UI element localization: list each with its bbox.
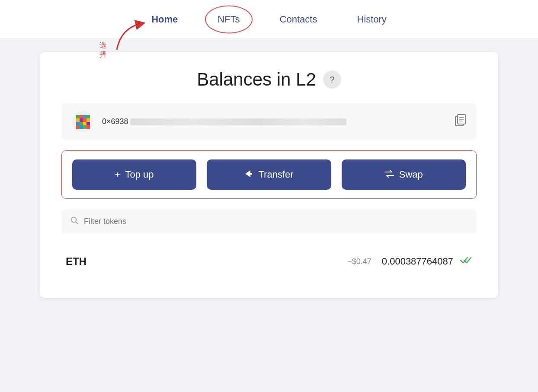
svg-rect-13 [76, 125, 80, 129]
svg-line-24 [76, 222, 78, 224]
help-button[interactable]: ? [323, 70, 341, 89]
svg-rect-3 [83, 115, 86, 118]
svg-rect-2 [80, 115, 83, 118]
action-buttons-container: + Top up Transfer Swap [61, 150, 477, 199]
top-up-label: Top up [125, 169, 154, 180]
svg-rect-12 [86, 122, 90, 125]
svg-rect-16 [86, 125, 90, 129]
token-symbol-eth: ETH [66, 255, 118, 268]
transfer-button[interactable]: Transfer [207, 159, 331, 190]
svg-rect-6 [83, 118, 86, 122]
avatar [72, 111, 93, 132]
token-row-eth: ETH ~$0.47 0.000387764087 [61, 247, 477, 276]
svg-rect-8 [86, 118, 90, 122]
nav-home[interactable]: Home [144, 10, 185, 29]
top-up-icon: + [115, 170, 120, 180]
svg-rect-7 [86, 115, 90, 118]
address-bar: 0×6938 [61, 103, 477, 140]
copy-address-button[interactable] [455, 114, 466, 129]
token-usd-eth: ~$0.47 [347, 257, 371, 266]
nav-contacts[interactable]: Contacts [273, 10, 324, 29]
nav-history[interactable]: History [350, 10, 393, 29]
filter-bar [61, 209, 477, 234]
svg-rect-10 [80, 122, 83, 125]
top-up-button[interactable]: + Top up [72, 159, 196, 190]
svg-rect-14 [80, 125, 83, 129]
svg-rect-5 [80, 118, 83, 122]
title-row: Balances in L2 ? [61, 69, 477, 90]
svg-rect-4 [76, 118, 80, 122]
main-content: Balances in L2 ? [0, 39, 538, 311]
transfer-label: Transfer [258, 169, 293, 180]
nav-bar: Home NFTs Contacts History 选择 [0, 0, 538, 39]
token-amount-eth: 0.000387764087 [382, 256, 453, 267]
filter-tokens-input[interactable] [84, 217, 468, 226]
search-icon [70, 216, 79, 227]
svg-rect-15 [83, 125, 86, 129]
svg-rect-9 [76, 122, 80, 125]
swap-button[interactable]: Swap [342, 159, 466, 190]
wallet-address: 0×6938 [102, 117, 446, 126]
page-title: Balances in L2 [197, 69, 316, 90]
swap-icon [384, 170, 394, 180]
transfer-icon [244, 169, 253, 180]
nav-nfts[interactable]: NFTs [211, 10, 247, 29]
main-card: Balances in L2 ? [40, 52, 498, 298]
svg-marker-22 [245, 170, 252, 177]
address-prefix: 0×6938 [102, 117, 128, 126]
address-blurred [130, 118, 346, 125]
svg-rect-1 [76, 115, 80, 118]
swap-label: Swap [399, 169, 423, 180]
token-verified-icon [460, 256, 472, 267]
svg-rect-11 [83, 122, 86, 125]
